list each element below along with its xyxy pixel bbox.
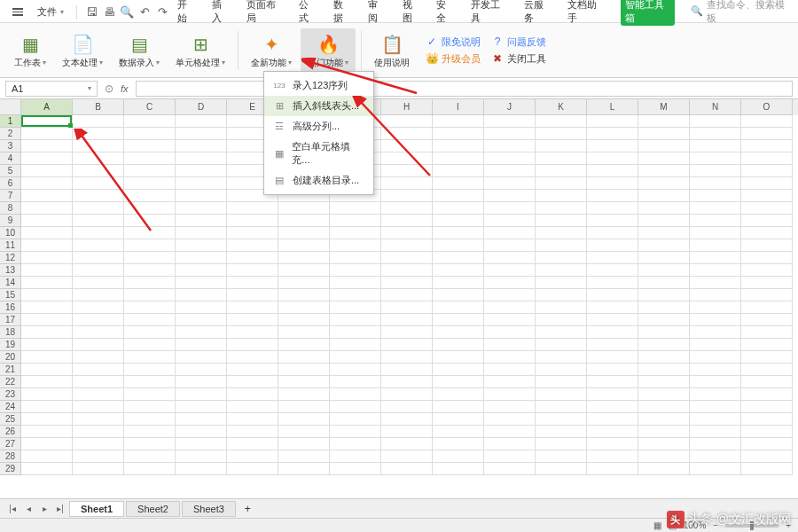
cell[interactable] [381,140,433,153]
cell[interactable] [124,190,176,202]
cell[interactable] [330,364,381,376]
cell[interactable] [278,376,330,388]
cell[interactable] [741,301,793,314]
cell[interactable] [536,364,587,376]
cell[interactable] [21,289,73,301]
cell[interactable] [484,376,536,388]
cell[interactable] [638,140,690,153]
cell[interactable] [381,115,433,128]
cell[interactable] [227,364,278,376]
cell[interactable] [330,351,381,364]
cell[interactable] [278,463,330,475]
feedback-link[interactable]: 问题反馈 [507,35,546,49]
cell[interactable] [21,364,73,376]
cell[interactable] [587,314,638,326]
cell[interactable] [21,140,73,153]
cell[interactable] [330,339,381,351]
cell[interactable] [690,463,741,475]
cell[interactable] [124,314,176,326]
cell[interactable] [73,202,124,215]
cell[interactable] [21,153,73,165]
tab-cloud[interactable]: 云服务 [524,0,552,25]
row-header-26[interactable]: 26 [0,426,21,438]
cell[interactable] [330,264,381,277]
cell[interactable] [536,215,587,227]
file-menu[interactable]: 文件 ▾ [32,5,69,19]
cell[interactable] [124,326,176,339]
name-box[interactable]: A1 ▾ [5,81,98,97]
tab-insert[interactable]: 插入 [212,0,231,25]
cell[interactable] [638,177,690,190]
cell[interactable] [484,239,536,252]
cell[interactable] [690,364,741,376]
cell[interactable] [21,277,73,289]
search-commands[interactable]: 🔍 查找命令、搜索模板 [691,0,789,25]
cell[interactable] [433,165,484,177]
cell[interactable] [21,413,73,426]
cell[interactable] [587,339,638,351]
row-header-11[interactable]: 11 [0,239,21,252]
tab-formula[interactable]: 公式 [299,0,317,25]
cell[interactable] [381,413,433,426]
cell[interactable] [484,153,536,165]
cell[interactable] [381,153,433,165]
cell[interactable] [536,165,587,177]
cell[interactable] [638,301,690,314]
cell[interactable] [21,339,73,351]
row-header-8[interactable]: 8 [0,202,21,215]
cell[interactable] [381,190,433,202]
cell[interactable] [587,202,638,215]
cell[interactable] [433,128,484,140]
cell[interactable] [124,289,176,301]
cell[interactable] [73,339,124,351]
cell[interactable] [21,376,73,388]
row-header-28[interactable]: 28 [0,450,21,463]
cell[interactable] [21,463,73,475]
cell[interactable] [741,339,793,351]
cell[interactable] [741,153,793,165]
cell[interactable] [433,177,484,190]
cell[interactable] [381,376,433,388]
cell[interactable] [278,215,330,227]
cell-process-button[interactable]: ⊞ 单元格处理▾ [168,28,232,73]
cell[interactable] [536,426,587,438]
cell[interactable] [227,463,278,475]
cell[interactable] [176,388,227,401]
cell[interactable] [690,252,741,264]
cell[interactable] [21,190,73,202]
cell[interactable] [690,438,741,450]
cell[interactable] [176,364,227,376]
col-header-N[interactable]: N [690,99,741,115]
cell[interactable] [587,326,638,339]
tab-view[interactable]: 视图 [403,0,421,25]
cell[interactable] [484,227,536,239]
cell[interactable] [176,177,227,190]
cell[interactable] [73,239,124,252]
cell[interactable] [330,277,381,289]
cell[interactable] [741,227,793,239]
cell[interactable] [227,202,278,215]
cell[interactable] [381,264,433,277]
cell[interactable] [484,115,536,128]
cell[interactable] [587,401,638,413]
cell[interactable] [536,252,587,264]
cell[interactable] [278,364,330,376]
cell[interactable] [433,364,484,376]
cell[interactable] [690,153,741,165]
cell[interactable] [330,388,381,401]
cell[interactable] [433,277,484,289]
row-header-14[interactable]: 14 [0,277,21,289]
cell[interactable] [587,264,638,277]
cell[interactable] [73,227,124,239]
cell[interactable] [433,140,484,153]
cell[interactable] [176,153,227,165]
cell[interactable] [330,239,381,252]
cell[interactable] [124,426,176,438]
cell[interactable] [124,351,176,364]
tab-security[interactable]: 安全 [436,0,455,25]
cell[interactable] [124,463,176,475]
cell[interactable] [587,128,638,140]
cell[interactable] [536,239,587,252]
cell[interactable] [381,314,433,326]
cell[interactable] [124,153,176,165]
